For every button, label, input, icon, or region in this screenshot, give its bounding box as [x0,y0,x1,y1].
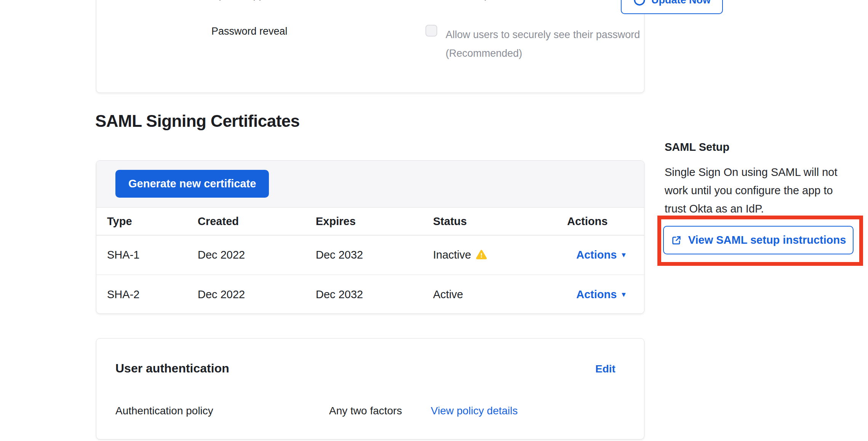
cell-actions: Actions▾ [576,235,626,274]
actions-label: Actions [576,249,617,261]
caret-down-icon: ▾ [622,290,626,299]
actions-label: Actions [576,288,617,301]
password-reveal-label: Password reveal [211,26,288,37]
generate-certificate-button[interactable]: Generate new certificate [115,170,269,198]
cell-created: Dec 2022 [198,275,245,314]
column-header-type: Type [107,208,132,235]
update-now-label: Update Now [651,0,711,6]
update-now-button[interactable]: Update Now [621,0,723,14]
table-row: SHA-1Dec 2022Dec 2032InactiveActions▾ [96,235,644,274]
warning-icon [476,250,487,260]
page: Update application username on Create an… [0,0,868,441]
column-header-actions: Actions [567,208,607,235]
cell-expires: Dec 2032 [316,235,363,274]
caret-down-icon: ▾ [622,250,626,259]
user-authentication-card: User authentication Edit Authentication … [96,338,644,439]
edit-link[interactable]: Edit [595,363,615,375]
authentication-policy-label: Authentication policy [115,405,213,417]
status-text: Active [433,288,463,301]
password-reveal-checkbox[interactable] [425,25,437,37]
cell-created: Dec 2022 [198,235,245,274]
column-header-status: Status [433,208,467,235]
view-policy-details-link[interactable]: View policy details [431,405,518,417]
username-update-label: Update application username on [211,0,360,1]
username-update-value: Create and update [425,0,510,1]
cell-status: Inactive [433,235,487,274]
column-header-created: Created [198,208,239,235]
page-title: SAML Signing Certificates [95,112,300,131]
saml-setup-description: Single Sign On using SAML will not work … [665,163,852,218]
certificates-card: Generate new certificate TypeCreatedExpi… [96,160,644,314]
cell-type: SHA-2 [107,275,139,314]
certificates-table-header: TypeCreatedExpiresStatusActions [96,208,644,235]
actions-dropdown[interactable]: Actions▾ [576,249,626,261]
column-header-expires: Expires [316,208,356,235]
view-saml-setup-instructions-label: View SAML setup instructions [688,234,846,246]
red-highlight-annotation: View SAML setup instructions [657,216,863,266]
cell-actions: Actions▾ [576,275,626,314]
saml-setup-heading: SAML Setup [665,141,729,153]
cell-type: SHA-1 [107,235,139,274]
actions-dropdown[interactable]: Actions▾ [576,288,626,301]
refresh-icon [633,0,646,6]
provisioning-card: Update application username on Create an… [96,0,644,93]
password-reveal-checkbox-label: Allow users to securely see their passwo… [446,26,653,63]
table-row: SHA-2Dec 2022Dec 2032ActiveActions▾ [96,275,644,313]
certificates-toolbar: Generate new certificate [96,161,644,208]
view-saml-setup-instructions-button[interactable]: View SAML setup instructions [663,226,854,254]
cell-status: Active [433,275,463,314]
status-text: Inactive [433,249,471,261]
authentication-policy-value: Any two factors [329,405,402,417]
user-authentication-heading: User authentication [115,361,229,375]
cell-expires: Dec 2032 [316,275,363,314]
external-link-icon [671,235,682,246]
